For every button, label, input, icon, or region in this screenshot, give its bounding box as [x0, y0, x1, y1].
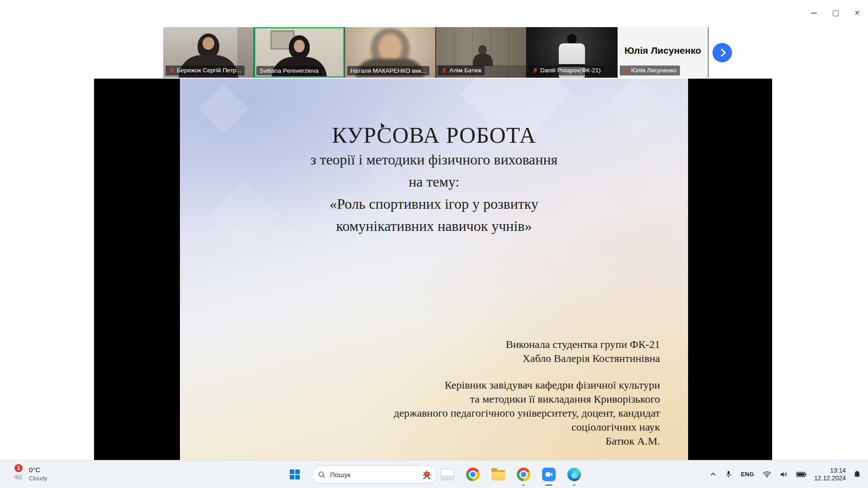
- pinned-app-icon: [441, 469, 454, 480]
- taskbar-search[interactable]: Пошук: [312, 465, 437, 483]
- slide-subtitle: з теорії і методики фізичного виховання: [180, 149, 688, 171]
- tray-date: 12.12.2024: [814, 474, 846, 482]
- mic-muted-icon: [623, 67, 629, 74]
- tray-time: 13:14: [814, 467, 846, 474]
- maximize-restore-icon: [833, 10, 839, 16]
- participant-name-label: Юлія Лисуненко: [620, 66, 680, 75]
- credits-supervisor-line-1: Керівник завідувач кафедри фізичної куль…: [394, 378, 660, 392]
- credits-student-line-1: Виконала студентка групи ФК-21: [394, 338, 660, 352]
- person-face: [203, 37, 214, 50]
- taskbar: 1 0°C Cloudy Пошук: [0, 460, 868, 488]
- poinsettia-flower-icon: [421, 469, 433, 480]
- screen-share-region: КУРСОВА РОБОТА з теорії і методики фізич…: [94, 79, 772, 460]
- file-explorer-icon: [491, 470, 505, 480]
- minimize-icon: [811, 13, 817, 14]
- person-body: [473, 53, 493, 66]
- mouse-cursor-icon: [380, 122, 387, 131]
- slide-topic-label: на тему:: [180, 171, 688, 193]
- taskbar-chrome-button-2[interactable]: [511, 463, 536, 486]
- credits-supervisor-line-5: Батюк А.М.: [394, 434, 660, 448]
- credits-supervisor-line-3: державного педагогічного університету, д…: [394, 406, 660, 420]
- chrome-icon: [517, 468, 530, 481]
- weather-condition: Cloudy: [29, 474, 47, 482]
- taskbar-chrome-button[interactable]: [460, 463, 486, 486]
- participant-name: Наталя МАКАРЕНКО вик...: [350, 68, 426, 74]
- tray-wifi[interactable]: [762, 469, 772, 479]
- more-participants-button[interactable]: [712, 43, 732, 62]
- window-controls: ✕: [803, 0, 868, 26]
- slide-topic-line-1: «Роль спортивних ігор у розвитку: [180, 193, 688, 215]
- zoom-icon: [542, 468, 556, 481]
- weather-temperature: 0°C: [29, 465, 47, 474]
- battery-icon: [796, 472, 807, 477]
- tray-volume[interactable]: [779, 469, 788, 479]
- slide-topic-line-2: комунікативних навичок учнів»: [180, 215, 688, 237]
- tray-battery[interactable]: [795, 470, 807, 479]
- start-button[interactable]: [285, 465, 305, 484]
- credits-supervisor-line-2: та методики її викладання Криворізького: [394, 392, 660, 406]
- participant-name: Бережок Сергій Петр...: [177, 67, 241, 74]
- participant-name-label: Алім Батюк: [438, 66, 485, 75]
- chevron-right-icon: [717, 48, 726, 56]
- participant-tile-5[interactable]: Daniil Potapov(ФК-21): [527, 27, 618, 78]
- clock[interactable]: 13:14 12.12.2024: [814, 467, 846, 482]
- credits-supervisor-line-4: соціологічних наук: [394, 420, 660, 434]
- presentation-slide: КУРСОВА РОБОТА з теорії і методики фізич…: [180, 79, 688, 460]
- pinned-apps: [435, 460, 587, 488]
- participant-tile-1[interactable]: Бережок Сергій Петр...: [163, 27, 254, 78]
- cloud-icon: [13, 473, 24, 480]
- taskbar-file-explorer-button[interactable]: [486, 463, 511, 486]
- minimize-button[interactable]: [803, 0, 825, 26]
- participant-tile-4[interactable]: Алім Батюк: [436, 27, 527, 78]
- participant-tile-6-camera-off[interactable]: Юлія Лисуненко Юлія Лисуненко: [618, 27, 708, 78]
- participant-name-label: Svitlana Pereverzieva: [256, 66, 322, 76]
- person-silhouette: [567, 34, 577, 44]
- participant-name: Алім Батюк: [449, 67, 481, 74]
- credits-gap: [394, 366, 660, 378]
- participant-name: Daniil Potapov(ФК-21): [540, 67, 601, 74]
- participant-tile-3[interactable]: Наталя МАКАРЕНКО вик...: [345, 27, 436, 78]
- slide-heading-block: КУРСОВА РОБОТА з теорії і методики фізич…: [180, 79, 688, 237]
- person-face: [294, 40, 305, 52]
- mic-muted-icon: [441, 67, 447, 74]
- windows-logo-icon: [290, 469, 300, 479]
- mic-muted-icon: [532, 67, 538, 74]
- bell-icon: [854, 470, 861, 479]
- wifi-icon: [763, 471, 771, 478]
- person-face: [378, 33, 402, 62]
- desktop: { "colors": { "accent_blue": "#2e73f7", …: [0, 0, 868, 488]
- weather-text: 0°C Cloudy: [29, 464, 47, 482]
- participant-name-label: Бережок Сергій Петр...: [165, 66, 245, 75]
- notification-badge: 1: [14, 464, 23, 472]
- chevron-up-icon: [710, 472, 716, 476]
- edge-icon: [567, 468, 581, 481]
- system-tray: ENG 13:14 12.12.2024: [709, 460, 862, 488]
- close-icon: ✕: [854, 9, 860, 17]
- slide-credits: Виконала студентка групи ФК-21 Хабло Вал…: [394, 338, 660, 448]
- participant-name: Svitlana Pereverzieva: [259, 68, 319, 74]
- tray-show-hidden-icons[interactable]: [709, 470, 717, 478]
- maximize-restore-button[interactable]: [825, 0, 846, 26]
- speaker-icon: [780, 471, 788, 478]
- microphone-icon: [725, 470, 732, 478]
- participant-tile-2-active-speaker[interactable]: Svitlana Pereverzieva: [254, 27, 345, 78]
- taskbar-app-button-1[interactable]: [435, 463, 460, 486]
- mic-muted-icon: [169, 67, 175, 74]
- weather-widget[interactable]: 1 0°C Cloudy: [12, 464, 47, 482]
- credits-student-line-2: Хабло Валерія Костянтинівна: [394, 352, 660, 366]
- tray-microphone[interactable]: [724, 469, 733, 480]
- search-icon: [318, 471, 326, 479]
- participant-name-label: Daniil Potapov(ФК-21): [529, 66, 604, 75]
- participant-name: Юлія Лисуненко: [631, 67, 677, 74]
- weather-icon-wrap: 1: [12, 464, 25, 480]
- slide-title: КУРСОВА РОБОТА: [180, 122, 688, 149]
- search-placeholder: Пошук: [330, 471, 350, 479]
- notifications-button[interactable]: [853, 469, 862, 480]
- taskbar-edge-button[interactable]: [561, 463, 587, 486]
- chrome-icon: [466, 468, 480, 481]
- taskbar-zoom-button[interactable]: [536, 463, 561, 486]
- close-button[interactable]: ✕: [846, 0, 868, 26]
- tray-language[interactable]: ENG: [740, 469, 755, 479]
- participant-name-label: Наталя МАКАРЕНКО вик...: [347, 66, 429, 76]
- participants-strip: Бережок Сергій Петр... Svitlana Pereverz…: [163, 27, 708, 78]
